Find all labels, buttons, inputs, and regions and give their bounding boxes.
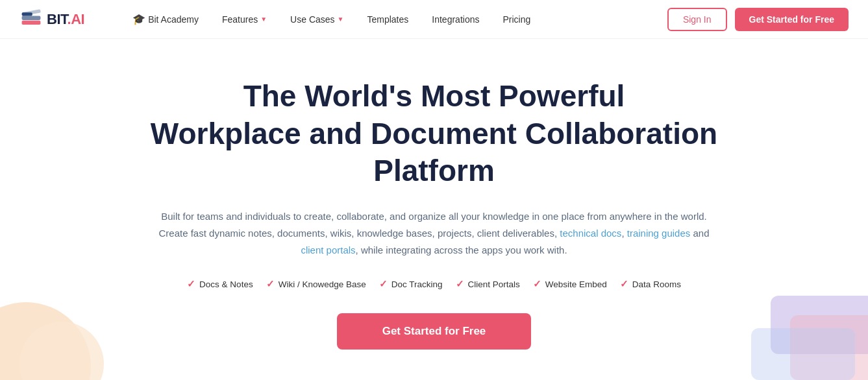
check-icon-6: ✓ (620, 278, 628, 290)
hero-title: The World's Most Powerful Workplace and … (142, 78, 726, 190)
check-icon-5: ✓ (533, 278, 541, 290)
signin-button[interactable]: Sign In (667, 8, 727, 31)
nav-academy[interactable]: 🎓 Bit Academy (123, 8, 208, 30)
check-icon-2: ✓ (266, 278, 275, 290)
feature-wiki: ✓ Wiki / Knowedge Base (266, 278, 366, 290)
nav-templates[interactable]: Templates (358, 9, 417, 30)
nav-use-cases[interactable]: Use Cases ▼ (281, 9, 353, 30)
feature-docs-notes: ✓ Docs & Notes (187, 278, 253, 290)
get-started-hero-button[interactable]: Get Started for Free (337, 313, 532, 350)
hero-section: The World's Most Powerful Workplace and … (0, 39, 868, 375)
use-cases-chevron-icon: ▼ (338, 16, 344, 23)
feature-client-portals: ✓ Client Portals (456, 278, 520, 290)
get-started-nav-button[interactable]: Get Started for Free (735, 8, 849, 31)
svg-rect-1 (22, 16, 41, 19)
logo-text: BIT.AI (47, 11, 84, 28)
feature-doc-tracking: ✓ Doc Tracking (379, 278, 443, 290)
navbar: BIT.AI 🎓 Bit Academy Features ▼ Use Case… (0, 0, 868, 39)
nav-actions: Sign In Get Started for Free (667, 8, 849, 31)
nav-integrations[interactable]: Integrations (423, 9, 488, 30)
nav-features[interactable]: Features ▼ (213, 9, 276, 30)
tech-docs-link[interactable]: technical docs (560, 228, 621, 239)
logo[interactable]: BIT.AI (19, 8, 84, 31)
check-icon-1: ✓ (187, 278, 195, 290)
svg-rect-2 (22, 20, 41, 24)
logo-icon (19, 8, 43, 31)
training-link[interactable]: training guides (627, 228, 691, 239)
nav-pricing[interactable]: Pricing (493, 9, 539, 30)
features-list: ✓ Docs & Notes ✓ Wiki / Knowedge Base ✓ … (187, 278, 681, 290)
hero-description: Built for teams and individuals to creat… (155, 208, 713, 259)
feature-website-embed: ✓ Website Embed (533, 278, 607, 290)
svg-rect-3 (22, 12, 32, 16)
features-chevron-icon: ▼ (260, 16, 267, 23)
nav-links: 🎓 Bit Academy Features ▼ Use Cases ▼ Tem… (123, 8, 667, 30)
check-icon-3: ✓ (379, 278, 388, 290)
portals-link[interactable]: client portals (301, 244, 355, 255)
feature-data-rooms: ✓ Data Rooms (620, 278, 681, 290)
academy-icon: 🎓 (132, 13, 145, 25)
check-icon-4: ✓ (456, 278, 464, 290)
